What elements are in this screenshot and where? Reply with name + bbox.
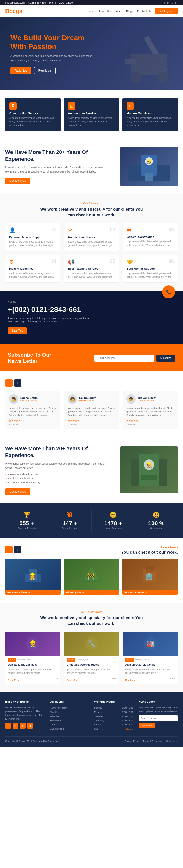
footer-col4-title: News Letter	[138, 700, 178, 703]
footer-contact-link[interactable]: Contact Us	[166, 740, 178, 742]
srv-icon-5: 🤝	[127, 259, 133, 265]
stat-icon-2: 😊	[95, 512, 132, 519]
exp2-list-item-0: Preventive and medical care	[5, 472, 115, 476]
stats-section: 🏆 555 + Finished Projects 🏗 147 + Online…	[0, 503, 183, 538]
footer-link-5[interactable]: Sample Page	[50, 727, 89, 731]
news-date-2: March 5, 2019	[135, 659, 149, 661]
svg-text:🏢: 🏢	[145, 572, 153, 580]
testi-reviews-0: 1 Review	[9, 423, 57, 426]
footer-facebook-icon[interactable]: f	[5, 723, 11, 728]
footer-col2-title: Quick Link	[50, 700, 89, 703]
projects-label: Recent Project	[121, 546, 178, 549]
hero-section: We Build Your Dream With Passion A wonde…	[0, 17, 183, 90]
srv-num-0: 01	[51, 227, 56, 232]
footer-col-4: News Letter Subscribe to our newsletter …	[138, 700, 178, 731]
newsletter-email-input[interactable]	[94, 354, 154, 362]
testi-role-0: CEO & Founder	[20, 399, 37, 402]
nav-pages[interactable]: Pages	[114, 10, 122, 13]
our-services-section: Our Services We work creatively and spec…	[0, 194, 183, 291]
news-card-2: 🏭 ★ 4.5 March 5, 2019 Alypian Quarrels G…	[123, 632, 178, 684]
news-title: We work creatively and specially for our…	[5, 615, 178, 627]
footer-bottom-links: Privacy Policy Terms & Conditions Contac…	[125, 740, 178, 742]
testi-prev-button[interactable]: ‹	[5, 379, 12, 386]
footer-email-input[interactable]	[138, 715, 178, 721]
stat-0: 🏆 555 + Finished Projects	[5, 509, 48, 532]
nav-home[interactable]: Home	[87, 10, 95, 13]
proj-prev-button[interactable]: ‹	[5, 546, 12, 553]
srv-icon-3: ⚙	[9, 259, 14, 265]
read-more-1[interactable]: Read More	[67, 679, 78, 681]
top-bar: info@bccgs.com +1 234 567 890 Mon-Fri 9:…	[0, 0, 183, 5]
service-icon-0: 🏗	[9, 102, 17, 110]
proj-next-button[interactable]: ›	[14, 546, 21, 553]
facebook-icon[interactable]: f	[164, 1, 165, 4]
services-section-label: Our Services	[5, 202, 178, 205]
service-icon-2: ⚙	[127, 102, 134, 110]
hero-headline: We Build Your Dream With Passion	[10, 33, 94, 51]
proj-img-1: 🚧	[63, 559, 119, 590]
footer-twitter-icon[interactable]: t	[20, 723, 26, 728]
lets-talk-button[interactable]: Let's Talk	[8, 328, 27, 334]
footer-link-2[interactable]: Advertise	[50, 714, 89, 718]
footer-linkedin-icon[interactable]: in	[12, 723, 18, 728]
cta-description: A wonderful serenity has taken possessio…	[8, 317, 92, 323]
news-date-0: March 5, 2019	[18, 659, 31, 661]
cta-small-label: Call Us	[8, 301, 175, 304]
testi-avatar-2: 👨	[126, 395, 136, 404]
hours-monday: Monday9:00 - 5:00	[94, 710, 133, 714]
footer-link-3[interactable]: International	[50, 718, 89, 722]
srv-num-5: 06	[168, 259, 174, 264]
footer-subscribe-button[interactable]: Subscribe	[138, 723, 155, 728]
testi-card-1: 👩 Salina Smith Vice President Ipsum fact…	[64, 391, 119, 429]
srv-item-4: 📢 05 Best Teaching Service Explore new s…	[64, 255, 119, 283]
cta-circle-icon: 📞	[162, 285, 175, 299]
srv-icon-0: 👤	[9, 227, 16, 234]
footer-privacy-link[interactable]: Privacy Policy	[125, 740, 139, 742]
srv-icon-1: ✂	[68, 227, 72, 234]
srv-title-1: Architecture Service	[68, 236, 115, 239]
service-card-2: ⚙ Modern Machines A wonderful serenity h…	[122, 98, 178, 131]
testi-name-0: Salina Smith	[20, 396, 37, 399]
latest-news-section: Our Latest News We work creatively and s…	[0, 602, 183, 692]
news-content-1: ★ 4.5 March 5, 2019 Gratutous Octopus Hi…	[64, 655, 119, 684]
projects-right: Recent Project You can check out our wor…	[121, 546, 178, 555]
get-quote-button[interactable]: Get A Quote	[155, 8, 178, 14]
footer-link-0[interactable]: Partner Program	[50, 706, 89, 710]
srv-title-2: General Contraction	[127, 235, 174, 238]
footer-link-1[interactable]: About Us	[50, 710, 89, 714]
exp2-list-item-2: Excellence in Healthcare every	[5, 480, 115, 485]
linkedin-icon[interactable]: in	[167, 1, 170, 4]
google-icon[interactable]: g+	[174, 1, 178, 4]
testi-card-2: 👨 Drayan Smith CEO & Founder Ipsum facto…	[123, 391, 178, 429]
testi-next-button[interactable]: ›	[14, 379, 21, 386]
nav-contact[interactable]: Contact Us	[137, 10, 151, 13]
newsletter-form: Subscribe	[94, 354, 175, 362]
footer-terms-link[interactable]: Terms & Conditions	[142, 740, 163, 742]
testi-header-1: 👩 Salina Smith Vice President	[68, 395, 115, 404]
read-more-0[interactable]: Read More	[8, 679, 20, 681]
footer-link-4[interactable]: Careers	[50, 722, 89, 727]
testi-role-1: Vice President	[79, 399, 97, 402]
discover-more-button[interactable]: Discover More	[5, 178, 30, 184]
stat-label-1: Online Lessons	[51, 527, 88, 529]
srv-num-2: 03	[168, 227, 174, 232]
service-card-1: 📐 Architecture Service A wonderful seren…	[64, 98, 119, 131]
srv-icon-4: 📢	[68, 259, 75, 265]
apply-now-button[interactable]: Apply Now	[10, 67, 31, 74]
newsletter-subscribe-button[interactable]: Subscribe	[156, 354, 175, 362]
footer-google-icon[interactable]: g	[27, 723, 33, 728]
testimonials-section: ‹ › 👩 Salina Smith CEO & Founder Ipsum f…	[0, 371, 183, 437]
read-more-button[interactable]: Read More	[34, 67, 56, 74]
discover-more-button-2[interactable]: Discover More	[5, 489, 30, 495]
service-desc-1: A wonderful serenity has taken possessio…	[68, 117, 115, 127]
testi-header-2: 👨 Drayan Smith CEO & Founder	[126, 395, 174, 404]
read-more-2[interactable]: Read More	[125, 679, 137, 681]
srv-desc-4: Explore new skills, deep existing ones a…	[68, 272, 115, 279]
hours-tuesday: Tuesday9:00 - 5:00	[94, 714, 133, 718]
stat-2: 😊 1478 + Happy Students	[92, 509, 135, 532]
srv-title-4: Best Teaching Service	[68, 267, 115, 270]
nav-about[interactable]: About Us	[99, 10, 111, 13]
twitter-icon[interactable]: t	[172, 1, 172, 4]
svg-rect-8	[145, 173, 153, 181]
nav-blogs[interactable]: Blogs	[126, 10, 133, 13]
